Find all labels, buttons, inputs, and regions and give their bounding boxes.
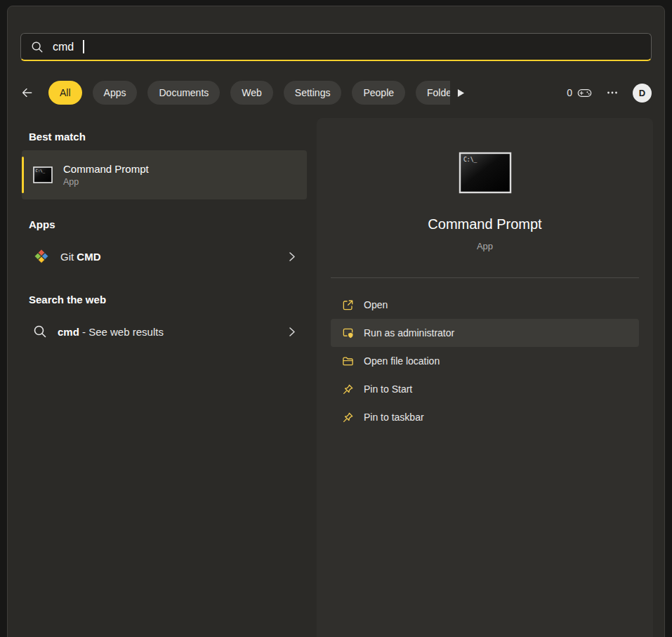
action-label: Open file location (364, 355, 440, 367)
chevron-right-icon (289, 327, 296, 337)
action-pin-to-taskbar[interactable]: Pin to taskbar (331, 403, 639, 431)
folder-icon (342, 355, 354, 367)
search-icon (31, 41, 44, 53)
filter-tabs: All Apps Documents Web Settings People F… (48, 81, 450, 105)
search-icon (33, 324, 47, 339)
results-list: Best match C:\_ Command Prompt App Apps (22, 118, 307, 350)
result-title: Command Prompt (63, 163, 149, 175)
action-run-as-administrator[interactable]: Run as administrator (331, 319, 639, 347)
header-right-cluster: 0 D (567, 84, 652, 103)
game-counter[interactable]: 0 (567, 87, 592, 98)
action-label: Run as administrator (364, 327, 454, 339)
pin-icon (342, 383, 354, 395)
result-git-cmd[interactable]: Git CMD (22, 238, 307, 275)
tab-documents[interactable]: Documents (147, 81, 220, 105)
tab-people[interactable]: People (352, 81, 405, 105)
more-filters-button[interactable] (457, 88, 465, 98)
text-caret (83, 40, 84, 53)
action-label: Open (364, 299, 388, 310)
tab-apps[interactable]: Apps (93, 81, 138, 105)
svg-text:C:\_: C:\_ (36, 169, 46, 173)
result-label: Git CMD (60, 251, 101, 263)
search-input[interactable]: cmd (20, 33, 652, 61)
arrow-left-icon (20, 86, 33, 99)
admin-shield-icon (342, 327, 354, 339)
result-subtitle: App (63, 177, 149, 187)
filter-bar: All Apps Documents Web Settings People F… (20, 80, 652, 105)
action-pin-to-start[interactable]: Pin to Start (331, 375, 639, 403)
tab-all[interactable]: All (48, 81, 82, 105)
git-icon (33, 248, 50, 265)
svg-text:C:\_: C:\_ (463, 157, 477, 163)
chevron-right-icon (289, 251, 296, 262)
game-counter-value: 0 (567, 87, 572, 98)
preview-subtitle: App (477, 241, 493, 251)
tab-web[interactable]: Web (230, 81, 273, 105)
action-open[interactable]: Open (331, 291, 639, 319)
user-avatar[interactable]: D (633, 84, 652, 103)
web-section-header: Search the web (29, 294, 307, 306)
action-label: Pin to Start (364, 383, 412, 395)
command-prompt-icon: C:\_ (33, 166, 53, 183)
back-button[interactable] (20, 86, 44, 99)
preview-title: Command Prompt (428, 216, 541, 232)
pin-icon (342, 412, 354, 423)
result-web-search[interactable]: cmd - See web results (22, 313, 307, 350)
command-prompt-icon: C:\_ (459, 152, 512, 194)
preview-pane: C:\_ Command Prompt App Open (317, 118, 653, 637)
best-match-header: Best match (29, 131, 307, 143)
search-flyout: cmd All Apps Documents Web Settings Peop… (7, 6, 665, 637)
results-area: Best match C:\_ Command Prompt App Apps (8, 118, 664, 637)
play-icon (457, 88, 465, 98)
open-external-icon (342, 299, 354, 311)
tab-settings[interactable]: Settings (284, 81, 342, 105)
action-label: Pin to taskbar (364, 412, 424, 423)
best-match-result[interactable]: C:\_ Command Prompt App (22, 150, 307, 199)
ellipsis-icon (606, 86, 619, 99)
action-open-file-location[interactable]: Open file location (331, 347, 639, 375)
result-label: cmd - See web results (58, 326, 164, 338)
gamepad-icon (577, 88, 592, 98)
more-options-button[interactable] (606, 86, 619, 99)
tab-folders[interactable]: Folders (416, 81, 450, 105)
action-list: Open Run as administrator Open file loca… (317, 278, 653, 431)
selection-accent-bar (22, 157, 24, 193)
apps-section-header: Apps (29, 218, 307, 230)
search-query-text: cmd (53, 41, 74, 53)
